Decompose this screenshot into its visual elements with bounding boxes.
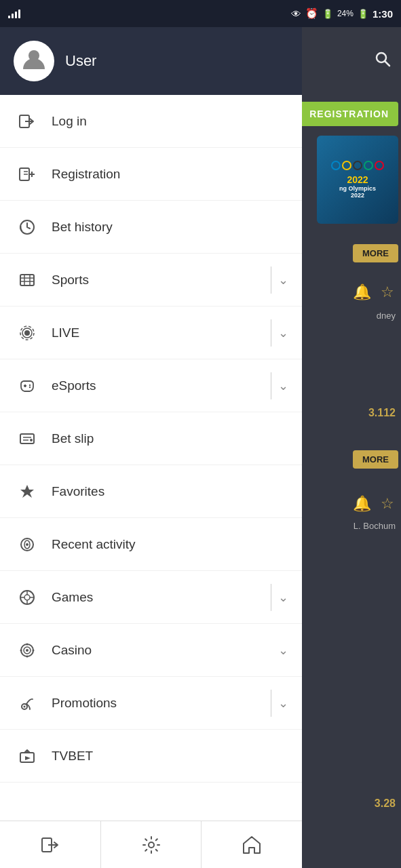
registration-button[interactable]: REGISTRATION — [302, 102, 398, 126]
sidebar-item-bet-history[interactable]: Bet history — [0, 201, 302, 254]
sidebar-item-live[interactable]: LIVE ⌄ — [0, 307, 302, 359]
casino-label: Casino — [52, 643, 278, 658]
icon-row-1: 🔔 ☆ — [353, 283, 394, 301]
home-button[interactable] — [202, 821, 302, 868]
promotions-icon — [14, 690, 41, 717]
ring-black — [353, 161, 362, 170]
esports-label: eSports — [52, 378, 271, 393]
svg-point-41 — [33, 649, 35, 651]
games-chevron-icon: ⌄ — [278, 590, 288, 605]
esports-icon — [14, 372, 41, 399]
sports-icon — [14, 267, 41, 294]
favorites-icon — [14, 478, 41, 505]
svg-point-24 — [30, 439, 33, 441]
status-bar-left — [8, 9, 20, 18]
score-value-1: 3.112 — [368, 407, 396, 419]
bell-icon-1[interactable]: 🔔 — [353, 283, 371, 301]
ring-blue — [331, 161, 341, 170]
login-label: Log in — [52, 114, 288, 129]
icon-row-2: 🔔 ☆ — [353, 495, 394, 513]
svg-rect-21 — [20, 434, 34, 443]
svg-point-20 — [29, 386, 31, 387]
eye-icon: 👁 — [291, 8, 301, 20]
svg-point-40 — [20, 649, 22, 651]
recent-activity-icon — [14, 531, 41, 558]
promotions-label: Promotions — [52, 696, 271, 711]
svg-point-37 — [26, 649, 28, 652]
sidebar-item-casino[interactable]: Casino ⌄ — [0, 624, 302, 677]
signal-bar-4 — [18, 9, 20, 18]
bell-icon-2[interactable]: 🔔 — [353, 495, 371, 513]
sidebar-bottom-nav — [0, 821, 302, 868]
ring-green — [364, 161, 373, 170]
ring-yellow — [342, 161, 351, 170]
user-icon — [22, 46, 46, 77]
star-icon-1[interactable]: ☆ — [381, 283, 394, 301]
beijing-card: 2022 ng Olympics2022 — [317, 136, 398, 224]
sidebar-item-esports[interactable]: eSports ⌄ — [0, 359, 302, 412]
avatar — [14, 41, 54, 81]
beijing-year: 2022 — [347, 174, 368, 185]
games-label: Games — [52, 590, 271, 605]
games-divider — [271, 584, 271, 611]
svg-point-49 — [149, 842, 154, 848]
sidebar-item-bet-slip[interactable]: Bet slip — [0, 412, 302, 465]
recent-activity-label: Recent activity — [52, 537, 288, 552]
promotions-divider — [271, 690, 271, 717]
registration-label: Registration — [52, 167, 288, 182]
right-panel[interactable]: REGISTRATION 2022 ng Olympics2022 MORE 🔔… — [302, 27, 401, 868]
more-button-1[interactable]: MORE — [353, 244, 398, 262]
olympics-text: ng Olympics2022 — [337, 185, 379, 199]
sidebar-item-promotions[interactable]: Promotions ⌄ — [0, 677, 302, 730]
bet-slip-icon — [14, 425, 41, 452]
svg-point-14 — [24, 330, 30, 336]
sports-label: Sports — [52, 273, 271, 288]
sidebar-item-games[interactable]: Games ⌄ — [0, 571, 302, 624]
sidebar-item-login[interactable]: Log in — [0, 95, 302, 148]
registration-icon — [14, 161, 41, 188]
status-time: 1:30 — [373, 8, 393, 20]
more-button-2[interactable]: MORE — [353, 450, 398, 469]
esports-divider — [271, 372, 271, 399]
live-chevron-icon: ⌄ — [278, 326, 288, 340]
sidebar-item-sports[interactable]: Sports ⌄ — [0, 254, 302, 307]
svg-point-19 — [29, 384, 31, 385]
svg-point-28 — [26, 543, 28, 546]
casino-chevron-icon: ⌄ — [278, 643, 288, 658]
svg-point-39 — [26, 655, 28, 657]
signal-bar-3 — [15, 12, 17, 18]
sidebar-item-registration[interactable]: Registration — [0, 148, 302, 201]
battery-percent: 24% — [337, 9, 354, 18]
favorites-label: Favorites — [52, 484, 288, 499]
right-panel-header — [302, 27, 401, 95]
svg-point-30 — [24, 595, 30, 600]
sidebar: User Log in — [0, 27, 302, 868]
status-bar-right: 👁 ⏰ 🔋 24% 🔋 1:30 — [291, 7, 393, 20]
logout-button[interactable] — [0, 821, 101, 868]
live-icon — [14, 319, 41, 347]
ring-red — [375, 161, 384, 170]
svg-line-51 — [385, 62, 390, 66]
star-icon-2[interactable]: ☆ — [381, 495, 394, 513]
score-value-2: 3.28 — [375, 797, 396, 810]
sports-divider — [271, 267, 271, 294]
tvbet-icon — [14, 743, 41, 770]
svg-marker-46 — [25, 756, 31, 760]
olympic-rings — [331, 161, 384, 170]
sidebar-item-recent-activity[interactable]: Recent activity — [0, 518, 302, 571]
tvbet-label: TVBET — [52, 749, 288, 764]
signal-bar-2 — [12, 14, 14, 18]
sim-icon: 🔋 — [322, 9, 333, 19]
promotions-chevron-icon: ⌄ — [278, 696, 288, 711]
status-bar: 👁 ⏰ 🔋 24% 🔋 1:30 — [0, 0, 401, 27]
sidebar-item-tvbet[interactable]: TVBET — [0, 730, 302, 783]
esports-chevron-icon: ⌄ — [278, 378, 288, 393]
bet-history-label: Bet history — [52, 220, 288, 235]
search-icon[interactable] — [374, 50, 392, 72]
alarm-icon: ⏰ — [305, 7, 318, 20]
drawer-overlay: User Log in — [0, 27, 401, 868]
settings-button[interactable] — [101, 821, 202, 868]
username-label: User — [65, 52, 96, 70]
svg-point-38 — [26, 643, 28, 645]
sidebar-item-favorites[interactable]: Favorites — [0, 465, 302, 518]
